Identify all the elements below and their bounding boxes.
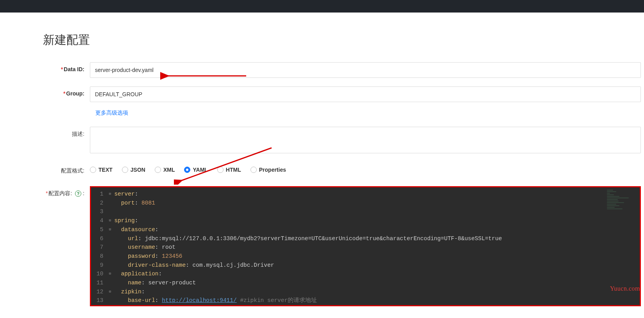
label-content: *配置内容: ? : bbox=[43, 186, 90, 197]
radio-circle-icon bbox=[155, 167, 161, 173]
label-format: 配置格式: bbox=[43, 163, 90, 174]
page-body: 新建配置 *Data ID: *Group: 更多高级选项 描述: 配置格式: … bbox=[0, 32, 644, 306]
format-radio-html[interactable]: HTML bbox=[217, 167, 241, 173]
format-radio-group: TEXTJSONXMLYAMLHTMLProperties bbox=[90, 163, 644, 173]
radio-circle-icon bbox=[122, 167, 128, 173]
editor-minimap bbox=[607, 190, 638, 213]
row-description: 描述: bbox=[43, 127, 644, 155]
row-content: *配置内容: ? : 12345678910111213 ⊟ ⊟⊟ ⊟ ⊟ se… bbox=[43, 186, 644, 306]
radio-label: Properties bbox=[259, 167, 286, 173]
format-radio-yaml[interactable]: YAML bbox=[184, 167, 208, 173]
radio-circle-icon bbox=[250, 167, 257, 173]
format-radio-json[interactable]: JSON bbox=[122, 167, 145, 173]
description-input[interactable] bbox=[90, 127, 641, 153]
radio-label: TEXT bbox=[98, 167, 113, 173]
label-description: 描述: bbox=[43, 127, 90, 138]
help-icon[interactable]: ? bbox=[75, 190, 81, 197]
required-mark: * bbox=[61, 66, 63, 72]
row-data-id: *Data ID: bbox=[43, 62, 644, 78]
row-format: 配置格式: TEXTJSONXMLYAMLHTMLProperties bbox=[43, 163, 644, 174]
page-title: 新建配置 bbox=[43, 32, 644, 48]
format-radio-properties[interactable]: Properties bbox=[250, 167, 286, 173]
label-data-id: *Data ID: bbox=[43, 62, 90, 72]
radio-label: HTML bbox=[226, 167, 241, 173]
editor-gutter: 12345678910111213 bbox=[91, 190, 107, 305]
required-mark: * bbox=[46, 190, 48, 196]
radio-circle-icon bbox=[90, 167, 96, 173]
watermark: Yuucn.com bbox=[610, 285, 640, 292]
radio-circle-icon bbox=[217, 167, 224, 173]
row-group: *Group: bbox=[43, 86, 644, 102]
top-bar bbox=[0, 0, 644, 13]
editor-code[interactable]: server: port: 8081 spring: datasource: u… bbox=[113, 190, 502, 305]
radio-circle-icon bbox=[184, 167, 190, 173]
editor-fold-column: ⊟ ⊟⊟ ⊟ ⊟ bbox=[107, 190, 113, 305]
radio-label: JSON bbox=[131, 167, 145, 173]
required-mark: * bbox=[63, 90, 65, 97]
advanced-options-link[interactable]: 更多高级选项 bbox=[95, 110, 128, 116]
format-radio-xml[interactable]: XML bbox=[155, 167, 175, 173]
label-group: *Group: bbox=[43, 86, 90, 97]
radio-label: XML bbox=[163, 167, 175, 173]
radio-label: YAML bbox=[193, 167, 208, 173]
code-editor[interactable]: 12345678910111213 ⊟ ⊟⊟ ⊟ ⊟ server: port:… bbox=[90, 186, 641, 306]
data-id-input[interactable] bbox=[90, 62, 641, 78]
format-radio-text[interactable]: TEXT bbox=[90, 167, 113, 173]
group-input[interactable] bbox=[90, 86, 641, 102]
